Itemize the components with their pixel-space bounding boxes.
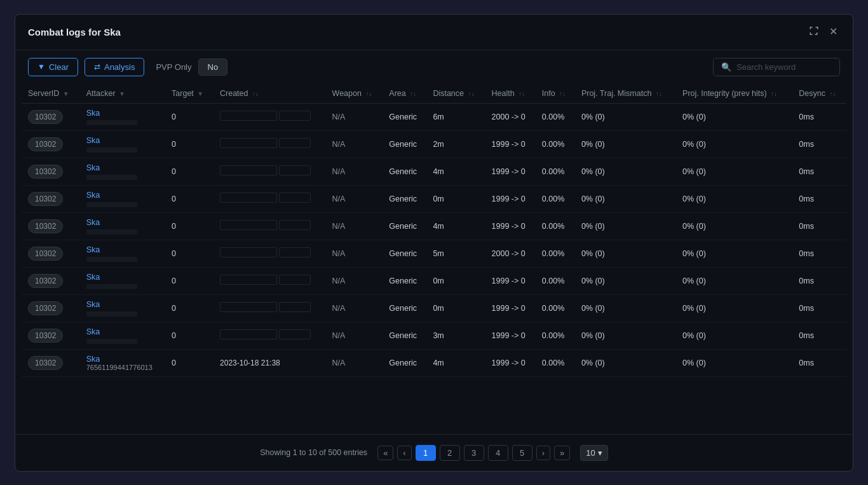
first-page-button[interactable]: « <box>377 446 393 460</box>
table-row: 10302Ska0 N/AGeneric5m2000 -> 00.00%0% (… <box>22 240 846 267</box>
cell-weapon: N/A <box>326 130 383 158</box>
col-weapon[interactable]: Weapon ↑↓ <box>326 84 383 104</box>
page-size-chevron-icon: ▾ <box>598 448 602 458</box>
page-button-4[interactable]: 4 <box>488 445 508 461</box>
cell-proj-integrity: 0% (0) <box>676 185 792 212</box>
cell-proj-traj-mismatch: 0% (0) <box>575 240 676 267</box>
area-sort-icon: ↑↓ <box>410 90 416 97</box>
cell-area: Generic <box>383 240 426 267</box>
attacker-name[interactable]: Ska <box>86 245 159 254</box>
clear-button[interactable]: ▼ Clear <box>28 58 78 76</box>
page-button-3[interactable]: 3 <box>464 445 484 461</box>
pvp-only-button[interactable]: No <box>198 58 228 76</box>
col-desync[interactable]: Desync ↑↓ <box>792 84 846 104</box>
cell-target: 0 <box>165 267 214 294</box>
cell-health: 1999 -> 0 <box>485 130 536 158</box>
search-box: 🔍 <box>713 58 840 76</box>
col-info[interactable]: Info ↑↓ <box>536 84 575 104</box>
search-input[interactable] <box>736 62 832 72</box>
cell-created <box>214 158 326 185</box>
cell-serverid: 10302 <box>22 294 80 322</box>
attacker-name[interactable]: Ska <box>86 163 159 172</box>
cell-proj-traj-mismatch: 0% (0) <box>575 322 676 349</box>
cell-area: Generic <box>383 294 426 322</box>
attacker-sub-text: 76561199441776013 <box>86 364 159 371</box>
col-attacker[interactable]: Attacker ▼ <box>80 84 165 104</box>
cell-weapon: N/A <box>326 158 383 185</box>
cell-attacker: Ska76561199441776013 <box>80 349 165 376</box>
table-row: 10302Ska0 N/AGeneric0m1999 -> 00.00%0% (… <box>22 267 846 294</box>
cell-health: 2000 -> 0 <box>485 240 536 267</box>
cell-proj-integrity: 0% (0) <box>676 294 792 322</box>
cell-distance: 0m <box>426 185 485 212</box>
server-badge: 10302 <box>28 192 63 206</box>
attacker-sub-bar <box>86 202 137 207</box>
close-button[interactable]: ✕ <box>827 24 840 41</box>
page-button-5[interactable]: 5 <box>512 445 532 461</box>
cell-target: 0 <box>165 240 214 267</box>
expand-button[interactable] <box>806 24 822 41</box>
cell-created <box>214 212 326 240</box>
cell-desync: 0ms <box>792 130 846 158</box>
col-created[interactable]: Created ↑↓ <box>214 84 326 104</box>
cell-target: 0 <box>165 130 214 158</box>
attacker-name[interactable]: Ska <box>86 191 159 200</box>
clear-label: Clear <box>49 62 69 72</box>
cell-weapon: N/A <box>326 322 383 349</box>
attacker-name[interactable]: Ska <box>86 300 159 309</box>
cell-area: Generic <box>383 158 426 185</box>
attacker-name[interactable]: Ska <box>86 273 159 282</box>
col-target[interactable]: Target ▼ <box>165 84 214 104</box>
analysis-icon: ⇄ <box>94 62 100 71</box>
table-row: 10302Ska0 N/AGeneric3m1999 -> 00.00%0% (… <box>22 322 846 349</box>
cell-distance: 4m <box>426 349 485 376</box>
weapon-value: N/A <box>332 222 346 231</box>
created-redacted <box>220 247 311 257</box>
page-button-1[interactable]: 1 <box>416 445 436 461</box>
last-page-button[interactable]: » <box>554 446 570 460</box>
server-badge: 10302 <box>28 165 63 179</box>
cell-proj-integrity: 0% (0) <box>676 212 792 240</box>
col-health[interactable]: Health ↑↓ <box>485 84 536 104</box>
prev-page-button[interactable]: ‹ <box>397 446 411 460</box>
page-size-select[interactable]: 10 ▾ <box>580 445 607 461</box>
next-page-button[interactable]: › <box>536 446 550 460</box>
attacker-name[interactable]: Ska <box>86 136 159 145</box>
created-redacted <box>220 302 311 312</box>
cell-health: 1999 -> 0 <box>485 294 536 322</box>
server-badge: 10302 <box>28 274 63 288</box>
cell-health: 1999 -> 0 <box>485 212 536 240</box>
cell-serverid: 10302 <box>22 158 80 185</box>
weapon-sort-icon: ↑↓ <box>365 90 372 97</box>
table-row: 10302Ska0 N/AGeneric4m1999 -> 00.00%0% (… <box>22 212 846 240</box>
cell-attacker: Ska <box>80 267 165 294</box>
weapon-value: N/A <box>332 167 346 176</box>
cell-health: 1999 -> 0 <box>485 267 536 294</box>
weapon-value: N/A <box>332 113 346 121</box>
cell-info: 0.00% <box>536 267 575 294</box>
server-badge: 10302 <box>28 301 63 315</box>
col-proj-integrity[interactable]: Proj. Integrity (prev hits) ↑↓ <box>676 84 792 104</box>
cell-target: 0 <box>165 294 214 322</box>
col-distance[interactable]: Distance ↑↓ <box>426 84 485 104</box>
analysis-button[interactable]: ⇄ Analysis <box>85 58 144 76</box>
cell-target: 0 <box>165 103 214 130</box>
created-redacted <box>220 111 311 121</box>
cell-attacker: Ska <box>80 103 165 130</box>
cell-area: Generic <box>383 267 426 294</box>
attacker-name[interactable]: Ska <box>86 327 159 336</box>
cell-weapon: N/A <box>326 294 383 322</box>
created-redacted <box>220 193 311 203</box>
cell-target: 0 <box>165 158 214 185</box>
col-area[interactable]: Area ↑↓ <box>383 84 426 104</box>
attacker-name[interactable]: Ska <box>86 355 159 364</box>
attacker-name[interactable]: Ska <box>86 109 159 118</box>
cell-attacker: Ska <box>80 158 165 185</box>
col-proj-traj[interactable]: Proj. Traj. Mismatch ↑↓ <box>575 84 676 104</box>
attacker-name[interactable]: Ska <box>86 218 159 227</box>
page-button-2[interactable]: 2 <box>440 445 460 461</box>
cell-proj-integrity: 0% (0) <box>676 158 792 185</box>
cell-info: 0.00% <box>536 240 575 267</box>
cell-created <box>214 185 326 212</box>
col-serverid[interactable]: ServerID ▼ <box>22 84 80 104</box>
